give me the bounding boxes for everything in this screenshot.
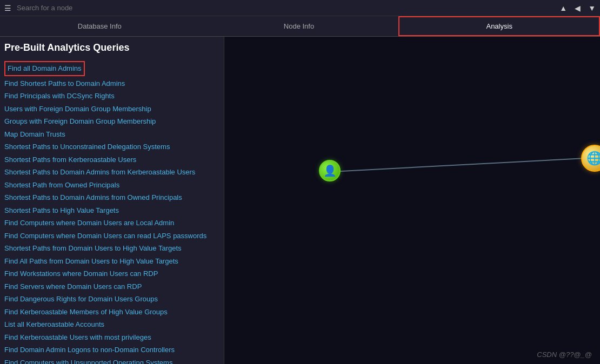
query-find-principals-with-dcsync-rights[interactable]: Find Principals with DCSync Rights (4, 91, 219, 102)
query-map-domain-trusts[interactable]: Map Domain Trusts (4, 129, 219, 140)
graph-canvas: 👤 🌐 (224, 37, 600, 364)
query-users-with-foreign-domain-group-membership[interactable]: Users with Foreign Domain Group Membersh… (4, 104, 219, 114)
section-title: Pre-Built Analytics Queries (4, 42, 219, 53)
query-find-shortest-paths-to-domain-admins[interactable]: Find Shortest Paths to Domain Admins (4, 78, 219, 89)
query-shortest-paths-to-domain-admins-from-owned-principals[interactable]: Shortest Paths to Domain Admins from Own… (4, 192, 219, 203)
graph-edge-svg (224, 37, 600, 364)
query-find-workstations-where-domain-users-can-rdp[interactable]: Find Workstations where Domain Users can… (4, 268, 219, 279)
query-shortest-paths-to-domain-admins-from-kerberoastable-users[interactable]: Shortest Paths to Domain Admins from Ker… (4, 167, 219, 178)
search-input[interactable] (17, 4, 554, 12)
header: ☰ ▲ ◀ ▼ (0, 0, 600, 16)
header-icons: ▲ ◀ ▼ (559, 4, 596, 12)
query-find-computers-with-unsupported-operating-systems[interactable]: Find Computers with Unsupported Operatin… (4, 358, 219, 365)
svg-line-0 (331, 158, 585, 172)
node-icon[interactable]: ▲ (559, 4, 567, 12)
query-find-dangerous-rights-for-domain-users-groups[interactable]: Find Dangerous Rights for Domain Users G… (4, 294, 219, 305)
node-domain[interactable]: 🌐 (581, 145, 600, 172)
query-shortest-paths-to-high-value-targets[interactable]: Shortest Paths to High Value Targets (4, 205, 219, 216)
query-groups-with-foreign-domain-group-membership[interactable]: Groups with Foreign Domain Group Members… (4, 116, 219, 127)
left-panel: Pre-Built Analytics Queries Find all Dom… (0, 37, 224, 364)
node-user[interactable]: 👤 (319, 160, 341, 181)
query-find-computers-where-domain-users-can-read-laps-passwords[interactable]: Find Computers where Domain Users can re… (4, 231, 219, 241)
query-find-domain-admin-logons-to-non-domain-controllers[interactable]: Find Domain Admin Logons to non-Domain C… (4, 345, 219, 355)
query-shortest-paths-to-unconstrained-delegation-systems[interactable]: Shortest Paths to Unconstrained Delegati… (4, 141, 219, 152)
query-find-kerberoastable-users-with-most-privileges[interactable]: Find Kerberoastable Users with most priv… (4, 332, 219, 343)
user-node-icon: 👤 (323, 164, 337, 177)
filter-icon[interactable]: ▼ (588, 4, 596, 12)
graph-area: 👤 🌐 CSDN @??@_@ (224, 37, 600, 364)
query-shortest-paths-from-kerberoastable-users[interactable]: Shortest Paths from Kerberoastable Users (4, 154, 219, 165)
query-shortest-paths-from-domain-users-to-high-value-targets[interactable]: Shortest Paths from Domain Users to High… (4, 243, 219, 254)
domain-node-icon: 🌐 (586, 151, 600, 166)
query-find-all-paths-from-domain-users-to-high-value-targets[interactable]: Find All Paths from Domain Users to High… (4, 256, 219, 267)
query-find-all-domain-admins[interactable]: Find all Domain Admins (4, 61, 85, 76)
tabs: Database Info Node Info Analysis (0, 16, 600, 37)
query-find-kerberoastable-members-of-high-value-groups[interactable]: Find Kerberoastable Members of High Valu… (4, 307, 219, 318)
query-find-servers-where-domain-users-can-rdp[interactable]: Find Servers where Domain Users can RDP (4, 281, 219, 292)
query-find-computers-where-domain-users-are-local-admin[interactable]: Find Computers where Domain Users are Lo… (4, 218, 219, 228)
menu-icon[interactable]: ☰ (4, 4, 11, 12)
tab-node-info[interactable]: Node Info (199, 16, 399, 36)
query-list-all-kerberoastable-accounts[interactable]: List all Kerberoastable Accounts (4, 319, 219, 330)
query-shortest-path-from-owned-principals[interactable]: Shortest Path from Owned Principals (4, 180, 219, 191)
back-icon[interactable]: ◀ (575, 4, 581, 12)
tab-database-info[interactable]: Database Info (0, 16, 199, 36)
watermark: CSDN @??@_@ (537, 350, 592, 359)
tab-analysis[interactable]: Analysis (398, 16, 600, 36)
